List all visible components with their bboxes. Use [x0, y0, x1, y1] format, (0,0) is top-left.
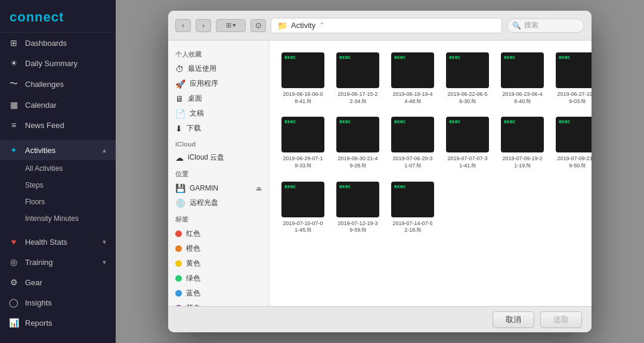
- file-name: 2019-07-12-19-39-59.fit: [336, 220, 379, 234]
- file-name: 2019-06-17-15-22-34.fit: [336, 91, 379, 105]
- view-toggle-button[interactable]: ⊞ ▾: [216, 19, 246, 32]
- search-placeholder: 搜索: [524, 20, 538, 30]
- file-name: 2019-07-14-07-52-18.fit: [391, 220, 434, 234]
- file-name: 2019-06-22-06-56-30.fit: [446, 91, 489, 105]
- sidebar-item-label: Calendar: [25, 101, 57, 110]
- eject-icon[interactable]: ⏏: [256, 185, 262, 192]
- panel-item-tag-orange[interactable]: 橙色: [168, 241, 269, 256]
- sidebar-item-challenges[interactable]: 〜 Challenges: [0, 73, 116, 95]
- file-item[interactable]: exec2019-07-09-21-29-50.fit: [553, 114, 592, 172]
- recent-icon: ⏱: [175, 64, 184, 74]
- sub-item-label: Intensity Minutes: [25, 214, 79, 223]
- folder-action-button[interactable]: ⊙: [250, 19, 266, 32]
- sidebar-subitem-floors[interactable]: Floors: [0, 194, 116, 210]
- blue-dot: [175, 290, 182, 297]
- insights-icon: ◯: [8, 298, 19, 307]
- tags-header: 标签: [168, 210, 269, 226]
- file-item[interactable]: exec2019-06-17-15-22-34.fit: [334, 50, 382, 107]
- file-item[interactable]: exec2019-06-19-19-44-48.fit: [389, 50, 436, 107]
- dialog-toolbar: ‹ › ⊞ ▾ ⊙ 📁 Activity ⌃ 🔍 搜索: [168, 11, 592, 40]
- panel-item-label: 蓝色: [186, 288, 200, 298]
- sidebar-subitem-steps[interactable]: Steps: [0, 177, 116, 194]
- panel-item-label: 最近使用: [188, 64, 216, 74]
- search-box[interactable]: 🔍 搜索: [507, 18, 584, 33]
- sidebar-subitem-all-activities[interactable]: All Activities: [0, 160, 116, 177]
- panel-item-icloud[interactable]: ☁ iCloud 云盘: [168, 150, 269, 165]
- chevron-view-icon: ▾: [233, 21, 236, 29]
- file-item[interactable]: exec2019-06-22-06-56-30.fit: [444, 50, 491, 107]
- file-thumbnail: exec: [336, 52, 379, 88]
- file-item[interactable]: exec2019-07-14-07-52-18.fit: [389, 179, 436, 236]
- file-grid: exec2019-06-16-06-08-41.fitexec2019-06-1…: [279, 50, 582, 236]
- docs-icon: 📄: [175, 109, 185, 119]
- file-item[interactable]: exec2019-06-29-07-19-33.fit: [279, 114, 327, 172]
- file-item[interactable]: exec2019-07-10-07-01-45.fit: [279, 179, 327, 236]
- exec-label: exec: [339, 55, 351, 60]
- panel-item-recent[interactable]: ⏱ 最近使用: [168, 61, 269, 76]
- icloud-header: iCloud: [168, 136, 269, 150]
- path-chevron-icon[interactable]: ⌃: [319, 21, 324, 29]
- panel-item-tag-yellow[interactable]: 黄色: [168, 256, 269, 271]
- exec-label: exec: [449, 55, 460, 60]
- heart-icon: ♥: [8, 237, 19, 247]
- exec-label: exec: [284, 184, 296, 189]
- sidebar-item-training[interactable]: ◎ Training ▼: [0, 252, 116, 272]
- desktop-icon: 🖥: [175, 94, 184, 104]
- panel-item-tag-green[interactable]: 绿色: [168, 271, 269, 286]
- panel-item-label: 黄色: [186, 258, 200, 269]
- left-panel: 个人收藏 ⏱ 最近使用 🚀 应用程序 🖥 桌面 📄: [168, 40, 270, 306]
- sidebar-item-label: Dashboards: [25, 39, 67, 48]
- sidebar-item-news-feed[interactable]: ≡ News Feed: [0, 115, 116, 135]
- file-item[interactable]: exec2019-06-27-19-59-03.fit: [553, 50, 592, 107]
- panel-item-tag-red[interactable]: 红色: [168, 226, 269, 241]
- activities-icon: ✦: [8, 145, 19, 155]
- sidebar-item-gear[interactable]: ⚙ Gear: [0, 272, 116, 292]
- sidebar-item-dashboards[interactable]: ⊞ Dashboards: [0, 33, 116, 53]
- file-thumbnail: exec: [391, 52, 434, 88]
- file-thumbnail: exec: [556, 52, 592, 88]
- exec-label: exec: [449, 119, 460, 124]
- forward-button[interactable]: ›: [196, 19, 211, 32]
- file-thumbnail: exec: [446, 52, 489, 88]
- sidebar-item-daily-summary[interactable]: ☀ Daily Summary: [0, 53, 116, 73]
- panel-item-docs[interactable]: 📄 文稿: [168, 106, 269, 121]
- file-item[interactable]: exec2019-07-09-19-21-19.fit: [499, 114, 546, 172]
- panel-item-remote[interactable]: 💿 远程光盘: [168, 195, 269, 210]
- file-item[interactable]: exec2019-06-30-21-49-28.fit: [334, 114, 382, 172]
- file-item[interactable]: exec2019-07-06-20-31-07.fit: [389, 114, 436, 172]
- sidebar-item-health-stats[interactable]: ♥ Health Stats ▼: [0, 232, 116, 252]
- file-item[interactable]: exec2019-07-12-19-39-59.fit: [334, 179, 382, 236]
- sidebar-item-reports[interactable]: 📊 Reports: [0, 313, 116, 333]
- panel-item-downloads[interactable]: ⬇ 下载: [168, 121, 269, 136]
- back-button[interactable]: ‹: [175, 19, 191, 32]
- sub-item-label: All Activities: [25, 164, 63, 173]
- panel-item-desktop[interactable]: 🖥 桌面: [168, 91, 269, 106]
- main-area: ‹ › ⊞ ▾ ⊙ 📁 Activity ⌃ 🔍 搜索: [116, 0, 644, 343]
- select-label: 选取: [553, 314, 569, 325]
- file-item[interactable]: exec2019-06-16-06-08-41.fit: [279, 50, 327, 107]
- panel-item-tag-purple[interactable]: 紫色: [168, 301, 269, 306]
- panel-item-apps[interactable]: 🚀 应用程序: [168, 76, 269, 91]
- sidebar-subitem-intensity-minutes[interactable]: Intensity Minutes: [0, 210, 116, 227]
- sub-item-label: Floors: [25, 198, 45, 206]
- calendar-icon: ▦: [8, 100, 19, 110]
- sidebar-item-activities[interactable]: ✦ Activities ▲: [0, 140, 116, 160]
- panel-item-label: 应用程序: [190, 79, 218, 89]
- panel-item-garmin[interactable]: 💾 GARMIN ⏏: [168, 181, 269, 195]
- yellow-dot: [175, 260, 182, 267]
- panel-item-label: 远程光盘: [190, 198, 218, 208]
- panel-item-label: 橙色: [186, 244, 200, 254]
- sidebar-item-calendar[interactable]: ▦ Calendar: [0, 95, 116, 115]
- panel-item-tag-blue[interactable]: 蓝色: [168, 286, 269, 301]
- file-browser-overlay: ‹ › ⊞ ▾ ⊙ 📁 Activity ⌃ 🔍 搜索: [116, 0, 644, 343]
- dialog-footer: 取消 选取: [168, 306, 592, 332]
- grid-view-icon: ⊞: [226, 21, 231, 29]
- select-button[interactable]: 选取: [540, 311, 582, 328]
- cancel-button[interactable]: 取消: [493, 311, 534, 328]
- file-item[interactable]: exec2019-06-23-06-48-40.fit: [499, 50, 546, 107]
- news-icon: ≡: [8, 120, 19, 130]
- sidebar-item-label: Daily Summary: [25, 59, 78, 68]
- sidebar-item-insights[interactable]: ◯ Insights: [0, 292, 116, 313]
- file-item[interactable]: exec2019-07-07-07-31-41.fit: [444, 114, 491, 172]
- sidebar-item-connections[interactable]: 👥 Connections: [0, 338, 116, 343]
